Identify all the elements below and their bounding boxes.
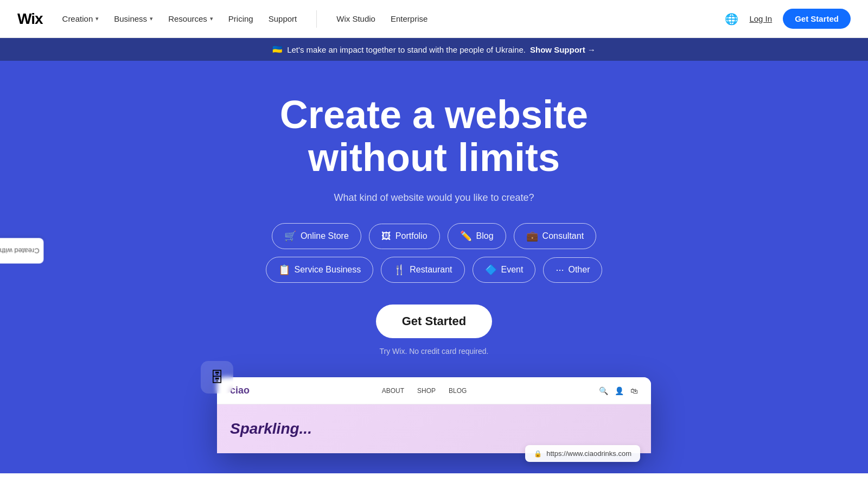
show-support-link[interactable]: Show Support → bbox=[530, 45, 596, 54]
globe-icon[interactable]: 🌐 bbox=[725, 12, 738, 26]
cat-restaurant-label: Restaurant bbox=[410, 265, 452, 275]
navbar: Wix Creation ▾ Business ▾ Resources ▾ Pr… bbox=[0, 0, 868, 38]
preview-card-wrapper: 🗄 ciao ABOUT SHOP BLOG 🔍 👤 🛍 Sparkling..… bbox=[217, 377, 651, 453]
category-row-1: 🛒 Online Store 🖼 Portfolio ✏️ Blog 💼 Con… bbox=[272, 223, 596, 249]
preview-nav-about: ABOUT bbox=[382, 387, 404, 395]
service-icon: 📋 bbox=[278, 264, 290, 276]
url-bar: 🔒 https://www.ciaodrinks.com bbox=[525, 445, 640, 462]
nav-enterprise-label: Enterprise bbox=[391, 14, 427, 23]
preview-nav-blog: BLOG bbox=[449, 387, 467, 395]
db-connector bbox=[236, 382, 269, 383]
nav-item-business[interactable]: Business ▾ bbox=[114, 14, 153, 23]
ukraine-flag: 🇺🇦 bbox=[272, 45, 283, 54]
store-icon: 🛒 bbox=[284, 230, 296, 242]
nav-item-wix-studio[interactable]: Wix Studio bbox=[336, 14, 375, 23]
db-icon: 🗄 bbox=[201, 361, 233, 394]
nav-resources-label: Resources bbox=[168, 14, 207, 23]
nav-divider bbox=[316, 10, 317, 28]
ukraine-banner: 🇺🇦 Let's make an impact together to stan… bbox=[0, 38, 868, 61]
other-icon: ··· bbox=[556, 264, 564, 276]
nav-item-support[interactable]: Support bbox=[269, 14, 297, 23]
preview-nav-shop: SHOP bbox=[417, 387, 436, 395]
chevron-down-icon: ▾ bbox=[150, 15, 153, 22]
wix-logo[interactable]: Wix bbox=[17, 10, 43, 28]
hero-subtitle: What kind of website would you like to c… bbox=[334, 192, 534, 204]
chevron-down-icon: ▾ bbox=[210, 15, 213, 22]
arrow-icon: → bbox=[588, 45, 596, 54]
login-button[interactable]: Log In bbox=[749, 14, 772, 23]
cat-consultant[interactable]: 💼 Consultant bbox=[514, 223, 597, 249]
side-badge-text: Created with Wix bbox=[0, 246, 40, 255]
hero-title-line1: Create a website bbox=[280, 93, 588, 136]
hero-get-started-button[interactable]: Get Started bbox=[376, 305, 493, 338]
preview-heading: Sparkling... bbox=[230, 420, 312, 437]
nav-links: Creation ▾ Business ▾ Resources ▾ Pricin… bbox=[62, 10, 428, 28]
hero-title-line2: without limits bbox=[308, 136, 560, 179]
restaurant-icon: 🍴 bbox=[393, 264, 405, 276]
nav-item-creation[interactable]: Creation ▾ bbox=[62, 14, 99, 23]
ukraine-text: Let's make an impact together to stand w… bbox=[287, 45, 526, 54]
navbar-left: Wix Creation ▾ Business ▾ Resources ▾ Pr… bbox=[17, 10, 427, 28]
nav-business-label: Business bbox=[114, 14, 147, 23]
hero-section: Create a website without limits What kin… bbox=[0, 61, 868, 473]
preview-nav-links: ABOUT SHOP BLOG bbox=[382, 387, 467, 395]
nav-creation-label: Creation bbox=[62, 14, 93, 23]
chevron-down-icon: ▾ bbox=[95, 15, 99, 22]
consultant-icon: 💼 bbox=[526, 230, 538, 242]
cat-service-business[interactable]: 📋 Service Business bbox=[266, 257, 374, 283]
nav-support-label: Support bbox=[269, 14, 297, 23]
cat-online-store[interactable]: 🛒 Online Store bbox=[272, 223, 361, 249]
cat-blog-label: Blog bbox=[476, 231, 494, 241]
cat-portfolio-label: Portfolio bbox=[395, 231, 427, 241]
navbar-right: 🌐 Log In Get Started bbox=[725, 9, 851, 29]
nav-item-pricing[interactable]: Pricing bbox=[228, 14, 253, 23]
show-support-label: Show Support bbox=[530, 45, 585, 54]
lock-icon: 🔒 bbox=[534, 450, 542, 458]
cat-blog[interactable]: ✏️ Blog bbox=[448, 223, 506, 249]
cat-portfolio[interactable]: 🖼 Portfolio bbox=[369, 224, 440, 249]
nav-item-resources[interactable]: Resources ▾ bbox=[168, 14, 213, 23]
nav-pricing-label: Pricing bbox=[228, 14, 253, 23]
category-row-2: 📋 Service Business 🍴 Restaurant 🔷 Event … bbox=[266, 257, 603, 283]
cat-other-label: Other bbox=[568, 265, 590, 275]
preview-nav-icons: 🔍 👤 🛍 bbox=[599, 386, 638, 395]
nav-wix-studio-label: Wix Studio bbox=[336, 14, 375, 23]
preview-card: ciao ABOUT SHOP BLOG 🔍 👤 🛍 Sparkling... bbox=[217, 377, 651, 453]
side-badge: Created with Wix bbox=[0, 238, 44, 263]
navbar-get-started-button[interactable]: Get Started bbox=[783, 9, 851, 29]
hero-title: Create a website without limits bbox=[280, 93, 588, 179]
blog-icon: ✏️ bbox=[460, 230, 472, 242]
event-icon: 🔷 bbox=[485, 264, 497, 276]
cat-event-label: Event bbox=[501, 265, 524, 275]
cart-icon: 🛍 bbox=[630, 386, 638, 395]
cat-restaurant[interactable]: 🍴 Restaurant bbox=[381, 257, 464, 283]
cat-online-store-label: Online Store bbox=[301, 231, 349, 241]
url-text: https://www.ciaodrinks.com bbox=[546, 449, 631, 458]
search-icon: 🔍 bbox=[599, 386, 608, 395]
cat-event[interactable]: 🔷 Event bbox=[473, 257, 536, 283]
category-grid: 🛒 Online Store 🖼 Portfolio ✏️ Blog 💼 Con… bbox=[266, 223, 603, 283]
preview-nav: ciao ABOUT SHOP BLOG 🔍 👤 🛍 bbox=[217, 377, 651, 404]
cat-other[interactable]: ··· Other bbox=[543, 257, 602, 283]
portfolio-icon: 🖼 bbox=[381, 231, 391, 242]
cat-consultant-label: Consultant bbox=[542, 231, 584, 241]
cat-service-label: Service Business bbox=[295, 265, 361, 275]
nav-item-enterprise[interactable]: Enterprise bbox=[391, 14, 427, 23]
user-icon: 👤 bbox=[615, 386, 624, 395]
hero-cta-sub: Try Wix. No credit card required. bbox=[380, 347, 489, 356]
